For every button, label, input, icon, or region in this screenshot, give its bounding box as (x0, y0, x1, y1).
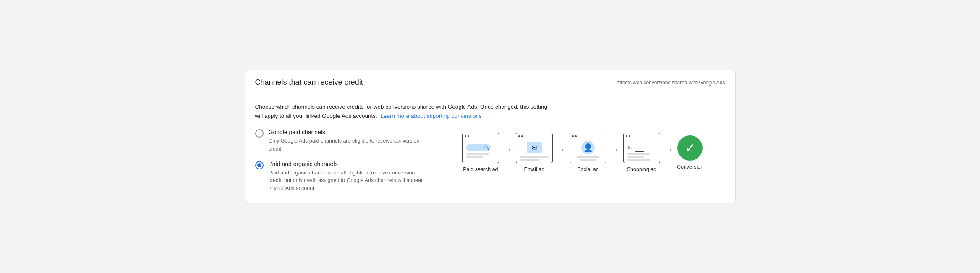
browser-content-paid-search: 🔍 (463, 139, 499, 163)
tag-icon: 🏷 (627, 144, 633, 151)
email-content: ✉ (518, 141, 551, 162)
line2 (466, 156, 483, 158)
shopping-line2 (627, 156, 644, 158)
radio-group: Google paid channels Only Google Ads pai… (255, 129, 424, 192)
shopping-line1 (627, 153, 650, 155)
email-label: Email ad (524, 166, 545, 172)
social-label: Social ad (577, 166, 598, 172)
arrow1: → (502, 145, 512, 154)
arrow2: → (556, 145, 566, 154)
radio-paid-organic-desc: Paid and organic channels are all eligib… (269, 169, 424, 192)
social-line1 (577, 156, 599, 158)
dot2 (468, 135, 469, 137)
learn-more-link[interactable]: Learn more about importing conversions (380, 113, 482, 119)
email-icon: ✉ (527, 142, 542, 153)
email-line1 (520, 156, 549, 158)
browser-titlebar-paid-search (463, 133, 499, 139)
diagram-flow: 🔍 Paid search ad → (462, 133, 703, 172)
arrow3: → (610, 145, 620, 154)
browser-box-shopping: 🏷 (623, 133, 660, 163)
dot5 (572, 135, 574, 137)
radio-google-paid-title: Google paid channels (269, 129, 424, 135)
social-person-icon: 👤 (581, 141, 595, 154)
radio-paid-organic-title: Paid and organic channels (269, 161, 424, 167)
header-note: Affects web conversions shared with Goog… (616, 80, 725, 86)
radio-google-paid[interactable] (255, 129, 264, 138)
shopping-top: 🏷 (627, 143, 656, 152)
diagram-item-social: 👤 Social ad (570, 133, 606, 172)
browser-content-social: 👤 (570, 139, 606, 163)
radio-option-paid-organic[interactable]: Paid and organic channels Paid and organ… (255, 161, 424, 192)
email-line2 (520, 159, 540, 161)
search-bar: 🔍 (466, 144, 491, 151)
checkmark-icon: ✓ (685, 142, 695, 154)
browser-titlebar-shopping (624, 133, 660, 139)
radio-paid-organic-label: Paid and organic channels Paid and organ… (269, 161, 424, 192)
dot7 (626, 135, 627, 137)
paid-search-label: Paid search ad (463, 166, 498, 172)
search-icon: 🔍 (484, 145, 489, 150)
dot3 (518, 135, 520, 137)
browser-titlebar-social (570, 133, 606, 139)
dot6 (575, 135, 577, 137)
radio-google-paid-label: Google paid channels Only Google Ads pai… (269, 129, 424, 153)
dot8 (629, 135, 630, 137)
diagram-item-shopping: 🏷 Shopping ad (623, 133, 660, 172)
browser-content-shopping: 🏷 (624, 139, 660, 163)
lines-below (466, 153, 489, 158)
shopping-label: Shopping ad (627, 166, 656, 172)
shopping-content: 🏷 (625, 141, 658, 162)
browser-titlebar-email (516, 133, 552, 139)
browser-box-paid-search: 🔍 (462, 133, 499, 163)
social-content: 👤 (572, 141, 604, 161)
browser-box-email: ✉ (516, 133, 553, 163)
paid-search-content: 🔍 (464, 143, 497, 160)
dot1 (465, 135, 466, 137)
content-area: Google paid channels Only Google Ads pai… (255, 129, 725, 192)
shopping-line3 (627, 159, 650, 161)
conversion-label: Conversion (677, 164, 703, 170)
radio-google-paid-desc: Only Google Ads paid channels are eligib… (269, 137, 424, 153)
diagram-item-paid-search: 🔍 Paid search ad (462, 133, 499, 172)
diagram-item-email: ✉ Email ad (516, 133, 553, 172)
description: Choose which channels can receive credit… (255, 102, 549, 120)
conversion-circle: ✓ (677, 135, 703, 161)
radio-paid-organic[interactable] (255, 161, 264, 169)
card-header: Channels that can receive credit Affects… (245, 70, 735, 94)
card-title: Channels that can receive credit (255, 78, 363, 87)
diagram-item-conversion: ✓ Conversion (677, 135, 703, 170)
dot4 (521, 135, 523, 137)
browser-box-social: 👤 (570, 133, 606, 163)
arrow4: → (664, 145, 674, 154)
main-card: Channels that can receive credit Affects… (245, 70, 736, 203)
shopping-image-box (635, 143, 644, 152)
social-line2 (580, 159, 596, 161)
diagram-area: 🔍 Paid search ad → (441, 129, 725, 172)
browser-content-email: ✉ (516, 139, 552, 163)
radio-option-google-paid[interactable]: Google paid channels Only Google Ads pai… (255, 129, 424, 153)
line1 (466, 153, 489, 155)
options-area: Google paid channels Only Google Ads pai… (255, 129, 424, 192)
card-body: Choose which channels can receive credit… (245, 94, 735, 203)
